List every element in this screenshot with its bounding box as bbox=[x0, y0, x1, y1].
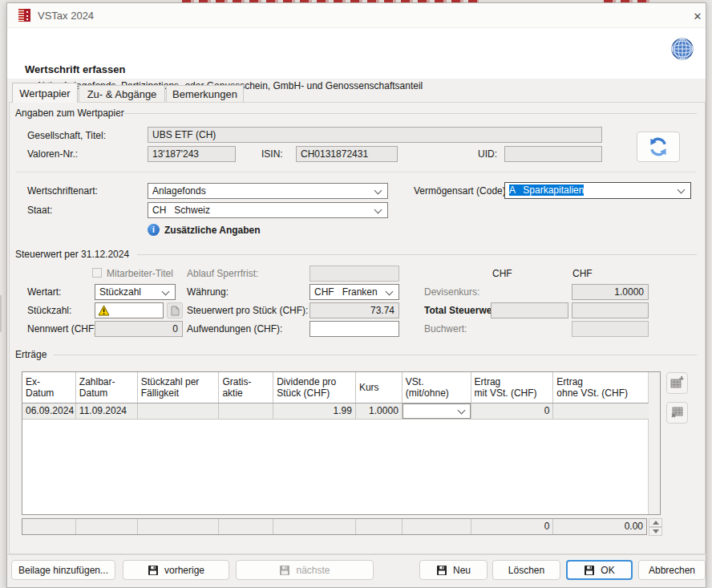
neu-button[interactable]: Neu bbox=[419, 560, 487, 580]
document-icon bbox=[171, 306, 180, 316]
group-label-steuerwert: Steuerwert per 31.12.2024 bbox=[15, 249, 129, 260]
vorherige-button[interactable]: vorherige bbox=[123, 560, 229, 580]
vstax-dialog-window: VSTax 2024 ✕ Wertschrift erfassen Aktie,… bbox=[6, 2, 706, 588]
col-header-ex-datum: Ex-Datum bbox=[22, 372, 76, 403]
group-label-ertraege: Erträge bbox=[15, 349, 47, 360]
mitarbeiter-titel-label: Mitarbeiter-Titel bbox=[107, 268, 173, 279]
total-steuerwert-chf-field bbox=[572, 302, 649, 318]
staat-combo[interactable]: CH Schweiz bbox=[148, 202, 388, 218]
col-header-line: Stück (CHF) bbox=[277, 387, 352, 399]
col-header-line: Datum bbox=[79, 387, 134, 399]
refresh-button[interactable] bbox=[637, 132, 680, 162]
vst-combo[interactable]: mit bbox=[403, 403, 471, 419]
gesellschaft-field: UBS ETF (CH) bbox=[148, 127, 602, 143]
close-icon[interactable]: ✕ bbox=[688, 8, 707, 24]
refresh-icon bbox=[648, 136, 669, 157]
tab-label: Wertpapier bbox=[19, 87, 70, 99]
col-header-line: Kurs bbox=[359, 382, 398, 393]
col-header-dividende: Dividende proStück (CHF) bbox=[273, 372, 356, 403]
button-label: OK bbox=[601, 565, 614, 576]
loeschen-button[interactable]: Löschen bbox=[492, 560, 560, 580]
zusaetzliche-angaben-label: Zusätzliche Angaben bbox=[164, 225, 261, 236]
cell-gratisaktie[interactable] bbox=[219, 403, 273, 419]
beilage-hinzufuegen-button[interactable]: Beilage hinzufügen... bbox=[11, 560, 115, 580]
tab-label: Bemerkungen bbox=[172, 88, 237, 100]
group-line bbox=[54, 355, 697, 355]
group-line bbox=[119, 113, 697, 114]
cell-ertrag-ohne[interactable] bbox=[553, 403, 649, 419]
warning-icon bbox=[98, 305, 110, 316]
col-header-line: (mit/ohne) bbox=[406, 387, 467, 399]
col-header-gratisaktie: Gratis-aktie bbox=[219, 372, 273, 403]
abbrechen-button[interactable]: Abbrechen bbox=[638, 560, 706, 580]
footer-divider bbox=[7, 554, 707, 555]
steuerwert-pro-stueck-field: 73.74 bbox=[309, 302, 399, 318]
ablauf-sperrfrist-field bbox=[309, 266, 399, 282]
cell-zahlbar-datum[interactable]: 11.09.2024 bbox=[76, 403, 138, 419]
cell-ertrag-mit[interactable]: 0 bbox=[471, 403, 554, 419]
cell-kurs[interactable]: 1.0000 bbox=[356, 403, 403, 419]
ok-button[interactable]: OK bbox=[566, 560, 633, 580]
desktop-background: VSTax 2024 ✕ Wertschrift erfassen Aktie,… bbox=[0, 0, 712, 588]
combo-value: Anlagefonds bbox=[148, 184, 387, 198]
total-steuerwert-fw-field bbox=[491, 302, 568, 318]
col-header-line: Ertrag bbox=[475, 376, 550, 387]
devisenkurs-field: 1.0000 bbox=[572, 284, 649, 300]
wertschriftenart-combo[interactable]: Anlagefonds bbox=[148, 183, 388, 199]
table-row[interactable]: 06.09.2024 11.09.2024 1.99 1.0000 mit 0 bbox=[22, 403, 649, 420]
arrow-down-icon bbox=[653, 529, 659, 533]
tab-bemerkungen[interactable]: Bemerkungen bbox=[166, 85, 244, 102]
globe-icon bbox=[670, 36, 695, 62]
vermoegensart-combo[interactable]: A Sparkapitalien bbox=[504, 182, 691, 199]
nennwert-field: 0 bbox=[95, 321, 183, 337]
col-header-line: Stückzahl per bbox=[141, 376, 216, 387]
wertschriftenart-label: Wertschriftenart: bbox=[27, 185, 98, 197]
combo-value: CH Schweiz bbox=[148, 203, 387, 217]
sum-cell bbox=[356, 519, 403, 534]
row-spinner bbox=[649, 518, 662, 536]
save-icon bbox=[148, 565, 159, 576]
cell-dividende[interactable]: 1.99 bbox=[273, 403, 356, 419]
button-label: Abbrechen bbox=[649, 565, 695, 576]
col-header-line: Zahlbar- bbox=[79, 376, 134, 387]
waehrung-combo[interactable]: CHF Franken bbox=[309, 284, 399, 300]
cell-vst[interactable]: mit bbox=[403, 403, 471, 419]
steuerwert-pro-stueck-label: Steuerwert pro Stück (CHF): bbox=[187, 305, 308, 316]
sum-cell bbox=[22, 519, 76, 534]
aufwendungen-input[interactable] bbox=[309, 321, 399, 337]
col-header-line: aktie bbox=[222, 387, 269, 399]
logo-stripes bbox=[18, 9, 24, 22]
chevron-down-icon bbox=[457, 407, 465, 415]
add-row-button bbox=[666, 372, 688, 394]
delete-row-button bbox=[666, 402, 688, 424]
spinner-down-button[interactable] bbox=[649, 527, 662, 536]
save-icon bbox=[436, 565, 447, 576]
background-edge-artifact bbox=[0, 295, 2, 332]
spinner-up-button[interactable] bbox=[649, 518, 662, 527]
col-header-ertrag-mit: Ertragmit VSt. (CHF) bbox=[471, 372, 554, 403]
zusaetzliche-angaben-link[interactable]: i Zusätzliche Angaben bbox=[148, 223, 308, 237]
wertart-combo[interactable]: Stückzahl bbox=[95, 284, 176, 300]
isin-label: ISIN: bbox=[261, 148, 283, 160]
tab-wertpapier[interactable]: Wertpapier bbox=[12, 83, 78, 103]
vstax-logo-icon bbox=[18, 9, 30, 22]
page-title: Wertschrift erfassen bbox=[25, 63, 125, 75]
col-header-line: VSt. bbox=[406, 376, 467, 387]
staat-label: Staat: bbox=[27, 205, 52, 216]
sum-cell-ertrag-mit: 0 bbox=[471, 519, 554, 534]
group-label-angaben: Angaben zum Wertpapier bbox=[15, 107, 124, 119]
button-label: Löschen bbox=[508, 565, 544, 576]
cell-stueckzahl[interactable] bbox=[138, 403, 220, 419]
sum-cell bbox=[76, 519, 138, 534]
vermoegensart-label: Vermögensart (Code): bbox=[414, 185, 508, 197]
uid-label: UID: bbox=[478, 148, 497, 160]
table-summary-row: 0 0.00 bbox=[22, 518, 647, 535]
separator-line bbox=[15, 172, 697, 172]
tab-zu-abgaenge[interactable]: Zu- & Abgänge bbox=[79, 85, 165, 102]
col-header-line: ohne VSt. (CHF) bbox=[556, 387, 645, 399]
cell-ex-datum[interactable]: 06.09.2024 bbox=[22, 403, 76, 419]
sum-cell bbox=[219, 519, 273, 534]
gesellschaft-label: Gesellschaft, Titel: bbox=[27, 130, 106, 141]
tab-label: Zu- & Abgänge bbox=[87, 88, 157, 100]
table-header-row: Ex-Datum Zahlbar-Datum Stückzahl perFäll… bbox=[22, 372, 649, 403]
